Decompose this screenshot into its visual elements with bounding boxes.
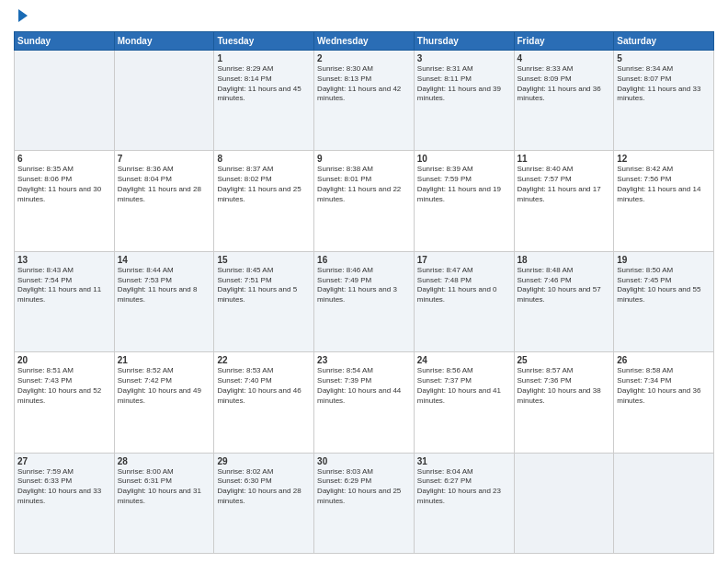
day-number: 6 [17,154,111,164]
day-number: 14 [118,255,211,265]
day-info: Sunrise: 8:51 AMSunset: 7:43 PMDaylight:… [17,366,111,406]
day-number: 12 [617,154,711,164]
day-number: 15 [217,255,311,265]
calendar-cell: 19Sunrise: 8:50 AMSunset: 7:45 PMDayligh… [614,251,714,351]
day-number: 1 [217,53,311,63]
day-info: Sunrise: 8:44 AMSunset: 7:53 PMDaylight:… [118,266,211,305]
day-number: 9 [317,154,411,164]
day-info: Sunrise: 8:47 AMSunset: 7:48 PMDaylight:… [417,266,511,305]
header [14,9,714,24]
day-info: Sunrise: 8:36 AMSunset: 8:04 PMDaylight:… [118,165,211,204]
day-info: Sunrise: 8:56 AMSunset: 7:37 PMDaylight:… [417,366,511,406]
day-number: 22 [217,355,311,365]
calendar-header-row: SundayMondayTuesdayWednesdayThursdayFrid… [15,32,714,51]
day-info: Sunrise: 8:48 AMSunset: 7:46 PMDaylight:… [518,266,611,305]
day-number: 21 [118,355,211,365]
calendar-cell: 5Sunrise: 8:34 AMSunset: 8:07 PMDaylight… [614,51,714,151]
calendar-cell: 15Sunrise: 8:45 AMSunset: 7:51 PMDayligh… [214,251,314,351]
day-info: Sunrise: 8:34 AMSunset: 8:07 PMDaylight:… [617,64,711,104]
logo-arrow-icon [15,7,31,24]
calendar-week-row: 1Sunrise: 8:29 AMSunset: 8:14 PMDaylight… [15,51,714,151]
calendar-table: SundayMondayTuesdayWednesdayThursdayFrid… [14,31,714,554]
day-info: Sunrise: 8:42 AMSunset: 7:56 PMDaylight:… [617,165,711,204]
calendar-cell [614,453,714,553]
calendar-cell: 12Sunrise: 8:42 AMSunset: 7:56 PMDayligh… [614,151,714,251]
day-info: Sunrise: 8:52 AMSunset: 7:42 PMDaylight:… [118,366,211,406]
day-number: 18 [518,255,611,265]
day-info: Sunrise: 8:58 AMSunset: 7:34 PMDaylight:… [617,366,711,406]
day-number: 8 [217,154,311,164]
day-number: 28 [118,456,211,466]
calendar-week-row: 20Sunrise: 8:51 AMSunset: 7:43 PMDayligh… [15,352,714,453]
day-info: Sunrise: 8:29 AMSunset: 8:14 PMDaylight:… [217,64,311,104]
calendar-cell: 9Sunrise: 8:38 AMSunset: 8:01 PMDaylight… [314,151,415,251]
calendar-cell: 16Sunrise: 8:46 AMSunset: 7:49 PMDayligh… [314,251,415,351]
weekday-header: Tuesday [214,32,314,51]
day-number: 26 [617,355,711,365]
day-info: Sunrise: 8:33 AMSunset: 8:09 PMDaylight:… [518,64,611,104]
day-info: Sunrise: 8:37 AMSunset: 8:02 PMDaylight:… [217,165,311,204]
weekday-header: Wednesday [314,32,415,51]
day-number: 30 [317,456,411,466]
day-info: Sunrise: 8:46 AMSunset: 7:49 PMDaylight:… [317,266,411,305]
calendar-cell: 13Sunrise: 8:43 AMSunset: 7:54 PMDayligh… [15,251,115,351]
day-info: Sunrise: 8:38 AMSunset: 8:01 PMDaylight:… [317,165,411,204]
calendar-cell: 25Sunrise: 8:57 AMSunset: 7:36 PMDayligh… [514,352,614,453]
page: SundayMondayTuesdayWednesdayThursdayFrid… [0,0,728,563]
calendar-cell: 24Sunrise: 8:56 AMSunset: 7:37 PMDayligh… [414,352,514,453]
day-info: Sunrise: 8:53 AMSunset: 7:40 PMDaylight:… [217,366,311,406]
day-info: Sunrise: 8:30 AMSunset: 8:13 PMDaylight:… [317,64,411,104]
calendar-cell: 7Sunrise: 8:36 AMSunset: 8:04 PMDaylight… [114,151,214,251]
day-number: 31 [417,456,511,466]
day-info: Sunrise: 8:31 AMSunset: 8:11 PMDaylight:… [417,64,511,104]
day-number: 19 [617,255,711,265]
day-number: 25 [518,355,611,365]
weekday-header: Friday [514,32,614,51]
day-number: 4 [518,53,611,63]
day-number: 7 [118,154,211,164]
weekday-header: Saturday [614,32,714,51]
svg-marker-0 [18,9,28,22]
calendar-cell: 30Sunrise: 8:03 AMSunset: 6:29 PMDayligh… [314,453,415,553]
calendar-cell: 3Sunrise: 8:31 AMSunset: 8:11 PMDaylight… [414,51,514,151]
day-info: Sunrise: 8:04 AMSunset: 6:27 PMDaylight:… [417,467,511,507]
calendar-cell: 6Sunrise: 8:35 AMSunset: 8:06 PMDaylight… [15,151,115,251]
calendar-week-row: 13Sunrise: 8:43 AMSunset: 7:54 PMDayligh… [15,251,714,351]
day-number: 3 [417,53,511,63]
day-number: 2 [317,53,411,63]
calendar-cell [15,51,115,151]
day-number: 20 [17,355,111,365]
day-number: 16 [317,255,411,265]
day-number: 17 [417,255,511,265]
day-info: Sunrise: 8:57 AMSunset: 7:36 PMDaylight:… [518,366,611,406]
day-info: Sunrise: 8:54 AMSunset: 7:39 PMDaylight:… [317,366,411,406]
calendar-cell: 18Sunrise: 8:48 AMSunset: 7:46 PMDayligh… [514,251,614,351]
day-number: 5 [617,53,711,63]
day-info: Sunrise: 8:02 AMSunset: 6:30 PMDaylight:… [217,467,311,507]
calendar-week-row: 27Sunrise: 7:59 AMSunset: 6:33 PMDayligh… [15,453,714,553]
calendar-cell [514,453,614,553]
calendar-cell [114,51,214,151]
day-number: 11 [518,154,611,164]
weekday-header: Sunday [15,32,115,51]
calendar-cell: 28Sunrise: 8:00 AMSunset: 6:31 PMDayligh… [114,453,214,553]
weekday-header: Monday [114,32,214,51]
day-info: Sunrise: 8:03 AMSunset: 6:29 PMDaylight:… [317,467,411,507]
calendar-cell: 20Sunrise: 8:51 AMSunset: 7:43 PMDayligh… [15,352,115,453]
calendar-cell: 29Sunrise: 8:02 AMSunset: 6:30 PMDayligh… [214,453,314,553]
calendar-cell: 17Sunrise: 8:47 AMSunset: 7:48 PMDayligh… [414,251,514,351]
day-info: Sunrise: 8:00 AMSunset: 6:31 PMDaylight:… [118,467,211,507]
day-number: 13 [17,255,111,265]
calendar-cell: 11Sunrise: 8:40 AMSunset: 7:57 PMDayligh… [514,151,614,251]
calendar-cell: 4Sunrise: 8:33 AMSunset: 8:09 PMDaylight… [514,51,614,151]
day-info: Sunrise: 7:59 AMSunset: 6:33 PMDaylight:… [17,467,111,507]
day-info: Sunrise: 8:45 AMSunset: 7:51 PMDaylight:… [217,266,311,305]
day-number: 29 [217,456,311,466]
day-info: Sunrise: 8:39 AMSunset: 7:59 PMDaylight:… [417,165,511,204]
calendar-cell: 22Sunrise: 8:53 AMSunset: 7:40 PMDayligh… [214,352,314,453]
calendar-cell: 23Sunrise: 8:54 AMSunset: 7:39 PMDayligh… [314,352,415,453]
day-info: Sunrise: 8:43 AMSunset: 7:54 PMDaylight:… [17,266,111,305]
day-number: 10 [417,154,511,164]
calendar-cell: 27Sunrise: 7:59 AMSunset: 6:33 PMDayligh… [15,453,115,553]
calendar-cell: 31Sunrise: 8:04 AMSunset: 6:27 PMDayligh… [414,453,514,553]
